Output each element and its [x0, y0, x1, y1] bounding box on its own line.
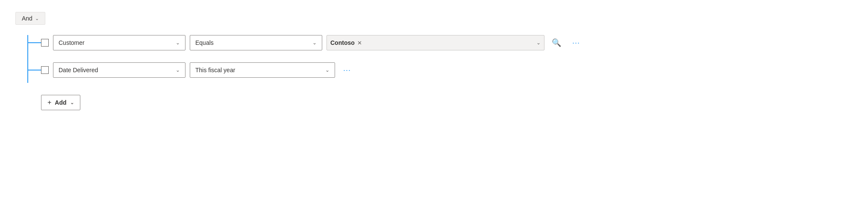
add-button[interactable]: + Add ⌄ [41, 95, 80, 110]
row2-condition-label: This fiscal year [195, 67, 235, 73]
filter-row-1: Customer ⌄ Equals ⌄ Contoso ✕ ⌄ 🔍 ··· [41, 35, 853, 50]
row1-value-chevron-icon: ⌄ [536, 40, 541, 46]
add-label: Add [55, 99, 66, 106]
and-button[interactable]: And ⌄ [15, 12, 45, 25]
and-chevron-icon: ⌄ [35, 16, 39, 21]
add-plus-icon: + [47, 99, 51, 106]
row1-condition-chevron-icon: ⌄ [312, 40, 317, 46]
row2-condition-dropdown[interactable]: This fiscal year ⌄ [190, 62, 335, 78]
filter-container: And ⌄ Customer ⌄ Equals ⌄ Contoso ✕ ⌄ [0, 0, 868, 122]
row2-checkbox[interactable] [41, 66, 49, 74]
row1-condition-label: Equals [195, 39, 214, 46]
row2-more-button[interactable]: ··· [339, 62, 355, 78]
row1-condition-dropdown[interactable]: Equals ⌄ [190, 35, 322, 50]
row2-more-icon: ··· [343, 66, 351, 75]
row1-more-button[interactable]: ··· [568, 35, 584, 50]
add-chevron-icon: ⌄ [70, 100, 74, 106]
row1-search-button[interactable]: 🔍 [549, 35, 564, 50]
row1-value-field[interactable]: Contoso ✕ ⌄ [327, 35, 544, 50]
search-icon: 🔍 [552, 38, 561, 47]
row2-field-dropdown[interactable]: Date Delivered ⌄ [53, 62, 185, 78]
filter-row-2: Date Delivered ⌄ This fiscal year ⌄ ··· [41, 62, 853, 78]
row1-value-close-icon[interactable]: ✕ [357, 40, 362, 46]
and-label: And [22, 15, 32, 22]
row1-value-text: Contoso [330, 39, 355, 46]
row2-condition-chevron-icon: ⌄ [325, 67, 330, 73]
row1-field-chevron-icon: ⌄ [176, 40, 180, 46]
row2-field-label: Date Delivered [59, 67, 98, 73]
row1-more-icon: ··· [572, 38, 580, 47]
row1-field-label: Customer [59, 39, 85, 46]
filter-rows: Customer ⌄ Equals ⌄ Contoso ✕ ⌄ 🔍 ··· [15, 35, 853, 110]
row1-value-tag: Contoso ✕ [330, 39, 536, 46]
row1-checkbox[interactable] [41, 39, 49, 47]
row1-field-dropdown[interactable]: Customer ⌄ [53, 35, 185, 50]
row2-field-chevron-icon: ⌄ [176, 67, 180, 73]
